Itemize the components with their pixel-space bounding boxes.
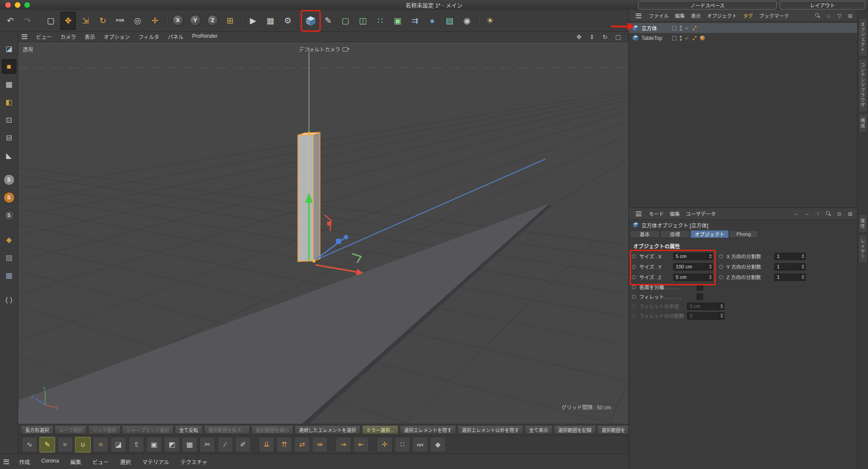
undo-button[interactable]: ↶ <box>3 12 18 30</box>
array-generator-button[interactable]: ∷ <box>372 12 388 30</box>
stepper-icon[interactable] <box>707 264 713 270</box>
keyframe-dot-icon[interactable] <box>632 265 636 269</box>
smooth-shift-tool[interactable]: ◩ <box>164 437 180 452</box>
attribute-menu-item[interactable]: モード <box>646 210 667 217</box>
render-view-button[interactable]: ▶ <box>245 12 261 30</box>
segments-input[interactable]: 1 <box>774 274 806 281</box>
viewport-menu-item[interactable]: フィルタ <box>134 33 164 40</box>
workplane-mode-button[interactable]: ◧ <box>2 95 16 109</box>
object-manager-menu-item[interactable]: タグ <box>740 12 756 19</box>
knife-tool[interactable]: ✂ <box>200 437 215 452</box>
subdivision-surface-button[interactable]: ▢ <box>338 12 353 30</box>
viewport-menu-item[interactable]: 表示 <box>80 33 99 40</box>
selection-command-button[interactable]: 全て反転 <box>175 425 203 434</box>
rotate-tool[interactable]: ↻ <box>95 12 111 30</box>
keyframe-dot-icon[interactable] <box>632 254 636 258</box>
phong-tag-icon[interactable] <box>692 36 697 41</box>
iron-tool[interactable]: ≡ <box>93 437 108 452</box>
maximize-view-icon[interactable]: ▢ <box>615 33 621 40</box>
spline-smooth-tool[interactable]: ≈ <box>57 437 73 452</box>
spline-pen-tool[interactable]: ✎ <box>320 12 336 30</box>
instance-generator-button[interactable]: ▣ <box>390 12 405 30</box>
object-manager-menu-icon[interactable] <box>636 13 641 18</box>
plane-cut-tool[interactable]: ∕ <box>217 437 233 452</box>
selection-command-button[interactable]: 選択範囲を <box>597 425 628 434</box>
stepper-icon[interactable] <box>707 274 713 281</box>
parent-object-icon[interactable]: ↑ <box>814 210 821 217</box>
scripting-button[interactable]: ( ) <box>2 292 16 307</box>
stepper-icon[interactable] <box>800 253 805 260</box>
stepper-icon[interactable] <box>800 274 805 281</box>
panel-menu-icon[interactable]: ⊞ <box>847 12 854 19</box>
size-input[interactable]: 5 cm <box>673 253 713 260</box>
bottom-menu-item[interactable]: テクスチャ <box>175 458 213 466</box>
dock-tab[interactable]: 構成 <box>858 114 868 132</box>
material-tag-icon[interactable] <box>700 36 705 40</box>
enable-snap-button[interactable]: ◆ <box>2 232 16 247</box>
scale-tool[interactable]: ⇲ <box>78 12 93 30</box>
camera-button[interactable]: ◉ <box>459 12 475 30</box>
lock-x-axis-button[interactable]: X <box>170 12 186 30</box>
step-duplicate-tool[interactable]: ⇈ <box>276 437 292 452</box>
edges-mode-button[interactable]: ⊟ <box>2 130 16 145</box>
psr-tool[interactable]: PSR <box>112 12 128 30</box>
phong-tag-icon[interactable] <box>692 26 697 31</box>
keyframe-dot-icon[interactable] <box>719 265 723 269</box>
pan-view-icon[interactable]: ✥ <box>575 33 582 40</box>
axis-modify-tool[interactable]: ✛ <box>147 12 163 30</box>
camera-label[interactable]: デフォルトカメラ <box>299 46 348 53</box>
bottom-menu-icon[interactable] <box>3 459 9 464</box>
new-panel-icon[interactable]: ⊞ <box>847 210 854 217</box>
history-forward-icon[interactable]: → <box>803 210 810 217</box>
selection-command-button[interactable]: シャープエッジ選択 <box>122 425 173 434</box>
selection-command-button[interactable]: 長方形選択 <box>21 425 53 434</box>
live-selection-tool[interactable]: ▢ <box>43 12 59 30</box>
selection-command-button[interactable]: ミラー選択... <box>362 425 398 434</box>
object-row[interactable]: 立方体 <box>629 23 857 33</box>
zoom-view-icon[interactable]: ⇕ <box>589 33 595 40</box>
bottom-menu-item[interactable]: マテリアル <box>137 458 175 466</box>
render-picture-viewer-button[interactable]: ▦ <box>263 12 278 30</box>
object-manager-menu-item[interactable]: ブックマーク <box>756 12 792 19</box>
make-editable-button[interactable]: ◪ <box>2 41 16 56</box>
metaball-button[interactable]: ● <box>424 12 440 30</box>
visibility-dots-icon[interactable] <box>680 36 682 41</box>
visibility-dots-icon[interactable] <box>680 26 682 31</box>
selection-command-button[interactable]: 選択範囲を記録 <box>554 425 596 434</box>
model-mode-button[interactable]: ■ <box>2 59 16 74</box>
bevel-tool[interactable]: ◪ <box>111 437 126 452</box>
dock-tab[interactable]: オブジェクト <box>858 18 868 56</box>
environment-floor-button[interactable]: ▤ <box>442 12 457 30</box>
viewport-solo-hierarchy-button[interactable]: S <box>2 208 16 223</box>
mirror-duplicate-tool[interactable]: ⇤ <box>353 437 369 452</box>
object-manager-menu-item[interactable]: 表示 <box>688 12 704 19</box>
attribute-menu-item[interactable]: 編集 <box>667 210 683 217</box>
move-duplicate-tool[interactable]: ⇊ <box>259 437 274 452</box>
selection-command-button[interactable]: リング選択 <box>88 425 121 434</box>
viewport-solo-single-button[interactable]: S <box>2 190 16 205</box>
history-back-icon[interactable]: ← <box>792 210 799 217</box>
lock-icon[interactable]: ⊙ <box>836 210 843 217</box>
enabled-check-icon[interactable] <box>685 25 689 31</box>
node-space-dropdown[interactable]: ノードスペース <box>638 1 777 10</box>
zoom-window-icon[interactable] <box>24 2 30 8</box>
light-button[interactable]: ☀ <box>482 12 498 30</box>
spline-deformer-button[interactable]: ⇉ <box>407 12 423 30</box>
extrude-tool[interactable]: ⇧ <box>128 437 144 452</box>
search-icon[interactable] <box>825 210 832 217</box>
symmetry-generator-button[interactable]: ◫ <box>355 12 371 30</box>
points-mode-button[interactable]: ⊡ <box>2 112 16 127</box>
filter-icon[interactable]: ▽ <box>836 12 843 19</box>
viewport-solo-off-button[interactable]: S <box>2 172 16 187</box>
viewport-menu-item[interactable]: ビュー <box>32 33 56 40</box>
arc-spline-tool[interactable]: ∿ <box>22 437 37 452</box>
distribute-tool[interactable]: ⇛ <box>312 437 328 452</box>
attribute-menu-icon[interactable] <box>636 211 641 216</box>
add-point-tool[interactable]: ✛ <box>377 437 392 452</box>
keyframe-dot-icon[interactable] <box>632 275 636 279</box>
texture-mode-button[interactable]: ▩ <box>2 77 16 92</box>
bottom-menu-item[interactable]: Corona <box>36 458 65 466</box>
viewport-3d[interactable]: 透視 デフォルトカメラ グリッド間隔 : 50 cm Y Z X <box>18 42 628 424</box>
array-tool[interactable]: ∷ <box>395 437 410 452</box>
layer-chip-icon[interactable] <box>672 36 677 40</box>
